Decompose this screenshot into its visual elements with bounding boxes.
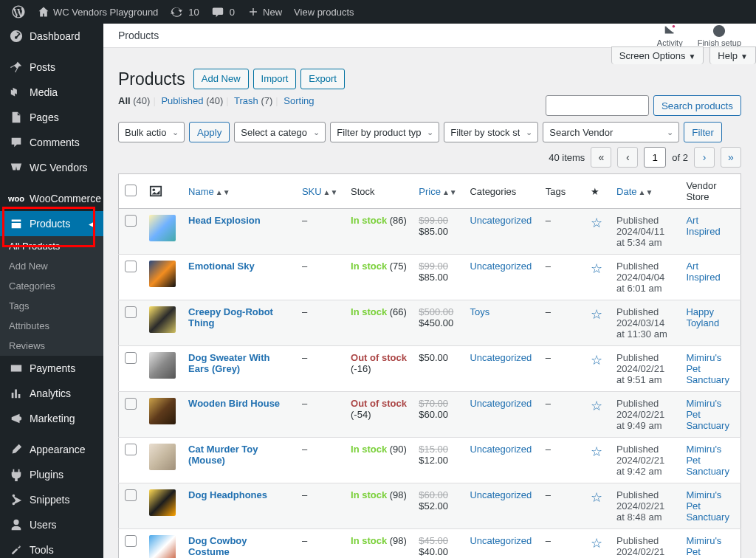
filter-sorting[interactable]: Sorting	[284, 95, 314, 106]
import-button[interactable]: Import	[253, 69, 297, 89]
row-checkbox[interactable]	[125, 306, 137, 318]
filter-trash[interactable]: Trash	[234, 95, 258, 106]
product-thumb[interactable]	[149, 306, 176, 333]
sidebar-item-dashboard[interactable]: Dashboard	[0, 24, 103, 49]
search-button[interactable]: Search products	[653, 95, 741, 116]
sub-add-new[interactable]: Add New	[0, 256, 103, 276]
bulk-actions-select[interactable]: Bulk actions	[118, 122, 185, 142]
filter-button[interactable]: Filter	[684, 122, 722, 142]
sidebar-item-appearance[interactable]: Appearance	[0, 437, 103, 462]
row-checkbox[interactable]	[125, 535, 137, 547]
sidebar-item-plugins[interactable]: Plugins	[0, 462, 103, 487]
sidebar-item-users[interactable]: Users	[0, 512, 103, 537]
category-link[interactable]: Toys	[470, 306, 489, 317]
vendor-link[interactable]: Mimiru's Pet Sanctuary	[686, 398, 729, 431]
current-page-input[interactable]	[644, 147, 666, 168]
vendor-link[interactable]: Happy Toyland	[686, 306, 719, 328]
category-link[interactable]: Uncategorized	[470, 535, 532, 546]
updates-link[interactable]: 10	[164, 0, 205, 24]
product-thumb[interactable]	[149, 352, 176, 379]
sidebar-item-marketing[interactable]: Marketing	[0, 406, 103, 431]
category-link[interactable]: Uncategorized	[470, 352, 532, 363]
first-page-button[interactable]: «	[591, 147, 611, 168]
col-sku[interactable]: SKU	[302, 186, 322, 197]
product-thumb[interactable]	[149, 398, 176, 424]
row-checkbox[interactable]	[125, 489, 137, 501]
sub-all-products[interactable]: All Products	[0, 236, 103, 256]
last-page-button[interactable]: »	[721, 147, 741, 168]
product-thumb[interactable]	[149, 261, 176, 287]
apply-button[interactable]: Apply	[189, 122, 230, 142]
sub-attributes[interactable]: Attributes	[0, 316, 103, 336]
select-all-checkbox[interactable]	[125, 185, 137, 196]
product-thumb[interactable]	[149, 215, 176, 241]
col-name[interactable]: Name	[188, 186, 214, 197]
product-name-link[interactable]: Emotional Sky	[188, 261, 255, 272]
sidebar-item-payments[interactable]: Payments	[0, 356, 103, 381]
sidebar-item-wcvendors[interactable]: WC Vendors	[0, 155, 103, 180]
sidebar-item-comments[interactable]: Comments	[0, 130, 103, 155]
finish-setup-button[interactable]: Finish setup	[698, 24, 741, 47]
row-checkbox[interactable]	[125, 444, 137, 455]
category-link[interactable]: Uncategorized	[470, 489, 532, 500]
sidebar-item-products[interactable]: Products◀	[0, 211, 103, 236]
new-link[interactable]: New	[241, 0, 288, 24]
add-new-button[interactable]: Add New	[193, 69, 249, 89]
product-name-link[interactable]: Dog Sweater With Ears (Grey)	[188, 352, 269, 374]
help-button[interactable]: Help▼	[709, 46, 756, 64]
sub-categories[interactable]: Categories	[0, 276, 103, 296]
product-thumb[interactable]	[149, 535, 176, 558]
view-products-link[interactable]: View products	[288, 0, 360, 24]
sidebar-item-tools[interactable]: Tools	[0, 537, 103, 558]
product-thumb[interactable]	[149, 444, 176, 470]
vendor-link[interactable]: Mimiru's Pet Sanctuary	[686, 352, 729, 385]
category-link[interactable]: Uncategorized	[470, 261, 532, 272]
featured-toggle[interactable]: ☆	[591, 444, 604, 460]
vendor-link[interactable]: Mimiru's Pet Sanctuary	[686, 444, 729, 477]
sidebar-item-snippets[interactable]: Snippets	[0, 487, 103, 512]
featured-toggle[interactable]: ☆	[591, 352, 604, 368]
vendor-filter[interactable]: Search Vendor	[543, 122, 679, 142]
row-checkbox[interactable]	[125, 215, 137, 227]
product-name-link[interactable]: Wooden Bird House	[188, 398, 280, 409]
category-link[interactable]: Uncategorized	[470, 444, 532, 455]
featured-toggle[interactable]: ☆	[591, 215, 604, 231]
stock-filter[interactable]: Filter by stock status	[444, 122, 538, 142]
vendor-link[interactable]: Art Inspired	[686, 215, 720, 237]
row-checkbox[interactable]	[125, 398, 137, 410]
category-link[interactable]: Uncategorized	[470, 215, 532, 226]
product-name-link[interactable]: Dog Cowboy Costume	[188, 535, 247, 557]
featured-toggle[interactable]: ☆	[591, 489, 604, 506]
vendor-link[interactable]: Mimiru's Pet Sanctuary	[686, 489, 729, 523]
sidebar-item-pages[interactable]: Pages	[0, 105, 103, 130]
filter-all[interactable]: All	[118, 95, 131, 106]
sub-tags[interactable]: Tags	[0, 296, 103, 316]
featured-toggle[interactable]: ☆	[591, 306, 604, 323]
col-date[interactable]: Date	[616, 186, 636, 197]
sidebar-item-woocommerce[interactable]: wooWooCommerce	[0, 186, 103, 211]
product-name-link[interactable]: Creepy Dog-Robot Thing	[188, 306, 273, 328]
sub-reviews[interactable]: Reviews	[0, 336, 103, 356]
export-button[interactable]: Export	[300, 69, 345, 89]
col-price[interactable]: Price	[419, 186, 441, 197]
featured-toggle[interactable]: ☆	[591, 535, 604, 551]
prev-page-button[interactable]: ‹	[617, 147, 638, 168]
product-name-link[interactable]: Dog Headphones	[188, 489, 267, 500]
sidebar-item-media[interactable]: Media	[0, 80, 103, 105]
comments-link[interactable]: 0	[205, 0, 241, 24]
vendor-link[interactable]: Art Inspired	[686, 261, 720, 283]
activity-button[interactable]: Activity	[657, 24, 683, 47]
sidebar-item-posts[interactable]: Posts	[0, 55, 103, 80]
product-thumb[interactable]	[149, 489, 176, 516]
row-checkbox[interactable]	[125, 261, 137, 272]
filter-published[interactable]: Published	[161, 95, 203, 106]
next-page-button[interactable]: ›	[694, 147, 715, 168]
vendor-link[interactable]: Mimiru's Pet Sanctuary	[686, 535, 729, 558]
sidebar-item-analytics[interactable]: Analytics	[0, 381, 103, 406]
search-input[interactable]	[546, 95, 649, 116]
row-checkbox[interactable]	[125, 352, 137, 364]
category-link[interactable]: Uncategorized	[470, 398, 532, 409]
product-name-link[interactable]: Cat Murder Toy (Mouse)	[188, 444, 258, 466]
product-name-link[interactable]: Head Explosion	[188, 215, 261, 226]
screen-options-button[interactable]: Screen Options▼	[611, 46, 704, 64]
